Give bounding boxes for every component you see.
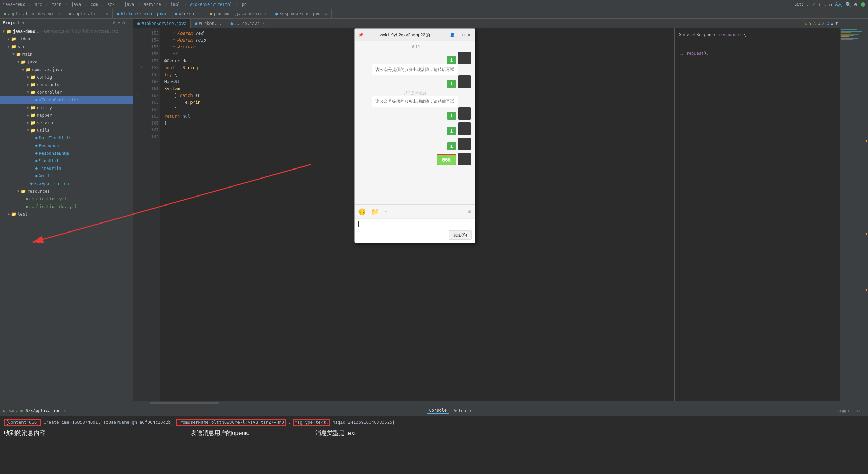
tab-wtokenservice[interactable]: ● WTokenService.java: [113, 9, 170, 19]
yaml-file-icon: ●: [26, 203, 28, 210]
line-number: 165: [143, 113, 159, 120]
git-down-icon[interactable]: ↓: [823, 2, 826, 7]
scissors-button[interactable]: ✂: [384, 208, 388, 215]
tree-item-datetimeutils[interactable]: ● DateTimeUtils: [0, 134, 133, 142]
message-badge: 1: [447, 142, 456, 150]
wechat-minimize-button[interactable]: —: [456, 33, 460, 37]
tab-close-button[interactable]: ✕: [325, 12, 327, 16]
tree-label: entity: [37, 104, 52, 111]
tree-item-java[interactable]: ▼ 📁 java: [0, 58, 133, 66]
tab-wtokenservice-active[interactable]: ● WTokenService.java: [133, 19, 191, 28]
tab-application-dev-yml[interactable]: ● application-dev.yml ✕: [0, 9, 65, 19]
tree-item-timeutils[interactable]: ● TimeUtils: [0, 165, 133, 172]
run-close-button[interactable]: ✕: [63, 408, 66, 413]
tree-item-utils[interactable]: ▼ 📁 utils: [0, 127, 133, 134]
message-badge: 1: [447, 56, 456, 64]
tree-item-controller[interactable]: ▼ 📁 controller: [0, 89, 133, 96]
tree-item-response[interactable]: ● Response: [0, 142, 133, 149]
hide-icon[interactable]: —: [127, 20, 130, 25]
stop-icon[interactable]: ■: [842, 408, 845, 413]
tree-item-xmlutil[interactable]: ● XmlUtil: [0, 172, 133, 180]
settings-icon[interactable]: ⚙: [122, 20, 125, 25]
git-up-icon[interactable]: ↑: [818, 2, 821, 7]
breadcrumb-item: java-demo: [3, 2, 25, 7]
wechat-close-button[interactable]: ✕: [467, 33, 472, 37]
settings-icon[interactable]: ⚙: [854, 2, 857, 7]
project-sidebar: Project ▼ ⊕ ≡ ⚙ — ▼ 📁 java-demo E:\A0MyC…: [0, 19, 133, 405]
restart-icon[interactable]: ↺: [838, 408, 841, 413]
tab-se-java[interactable]: ● ...se.java ✕: [226, 19, 270, 28]
folder-button[interactable]: 📁: [371, 208, 379, 215]
tree-item-com-szx[interactable]: ▼ 📁 com.szx.java: [0, 66, 133, 73]
tree-item-idea[interactable]: ▶ 📁 .idea: [0, 35, 133, 43]
tab-wtoken2[interactable]: ● WToken...: [170, 9, 206, 19]
sidebar-header: Project ▼ ⊕ ≡ ⚙ —: [0, 19, 133, 27]
request-text: ...request: [679, 51, 704, 56]
wechat-dialog: 📌 wxid_9yh2gxy2hobp22的... 👤 — □ ✕ 16:10: [354, 28, 475, 243]
tree-item-root[interactable]: ▼ 📁 java-demo E:\A0MyCodes\微信公众号开发\wxtem…: [0, 28, 133, 35]
tree-item-src[interactable]: ▼ 📁 src: [0, 43, 133, 51]
tree-item-application-yml[interactable]: ● application.yml: [0, 195, 133, 203]
git-check2-icon[interactable]: ✓: [812, 2, 815, 7]
message-666-row: 666: [359, 153, 471, 165]
tree-item-wtokencontroller[interactable]: ● WTokenController: [0, 96, 133, 104]
emoji-button[interactable]: 😊: [358, 208, 366, 215]
tree-item-szxapplication[interactable]: ● SzxApplication: [0, 180, 133, 188]
tree-item-entity[interactable]: ▶ 📁 entity: [0, 104, 133, 111]
gutter-line: [133, 104, 143, 111]
line-number: 154: [143, 37, 159, 44]
tab-wtoken-impl[interactable]: ● WToken...: [191, 19, 226, 28]
tree-item-mapper[interactable]: ▶ 📁 mapper: [0, 111, 133, 119]
run-icon[interactable]: ▶: [3, 408, 6, 413]
tree-label: config: [37, 74, 52, 81]
translate-icon[interactable]: Aあ: [835, 1, 842, 8]
tree-item-application-dev-yml[interactable]: ● application-dev.yml: [0, 203, 133, 210]
folder-icon: 📁: [30, 127, 36, 134]
scrollbar-thumb[interactable]: [150, 402, 219, 404]
wechat-user-icon[interactable]: 👤: [450, 33, 455, 37]
tab-responseenum[interactable]: ● ResponseEnum.java ✕: [271, 9, 332, 19]
wechat-maximize-button[interactable]: □: [461, 33, 466, 37]
tab-close-button[interactable]: ✕: [263, 21, 265, 25]
close-panel-icon[interactable]: —: [862, 408, 865, 413]
tab-close-button[interactable]: ✕: [106, 12, 108, 16]
search-icon[interactable]: 🔍: [846, 2, 851, 7]
run-tab-console[interactable]: Console: [427, 407, 450, 414]
horizontal-scrollbar[interactable]: [133, 401, 868, 405]
folder-icon: 📁: [30, 104, 36, 111]
annotation-text: 发送消息用户的openid: [191, 430, 250, 436]
settings-icon[interactable]: ⚙: [857, 408, 859, 413]
more-icon[interactable]: ▼: [835, 21, 838, 26]
gutter-breakpoint-area[interactable]: ◁: [133, 91, 143, 98]
content-area: Project ▼ ⊕ ≡ ⚙ — ▼ 📁 java-demo E:\A0MyC…: [0, 19, 868, 405]
tree-item-service[interactable]: ▶ 📁 service: [0, 119, 133, 127]
wechat-send-button[interactable]: 发送(S): [449, 230, 472, 240]
tree-item-test[interactable]: ▶ 📁 test: [0, 210, 133, 218]
tree-item-resources[interactable]: ▼ 📁 resources: [0, 188, 133, 195]
tree-item-constants[interactable]: ▶ 📁 constants: [0, 81, 133, 89]
tab-close-button[interactable]: ✕: [58, 12, 60, 16]
collapse-icon[interactable]: ≡: [118, 20, 121, 25]
git-refresh-icon[interactable]: ↺: [829, 2, 832, 7]
run-indicator-icon: ●: [20, 408, 23, 413]
sync-icon[interactable]: ⊕: [113, 20, 116, 25]
run-tab-actuator[interactable]: Actuator: [451, 408, 476, 414]
dropdown-arrow-icon[interactable]: ▼: [22, 21, 25, 25]
tab-close-button[interactable]: ✕: [264, 12, 267, 16]
breadcrumb-item: java: [124, 2, 134, 7]
scroll-icon[interactable]: ↓: [847, 408, 850, 413]
expand-icon[interactable]: ▲: [831, 21, 833, 26]
tree-item-main[interactable]: ▼ 📁 main: [0, 51, 133, 58]
run-controls: ↺ ■ ↓: [837, 408, 851, 413]
tab-application-yml[interactable]: ● applicati... ✕: [65, 9, 113, 19]
annotation-text: 收到的消息内容: [4, 430, 45, 436]
more-button[interactable]: ⊕: [468, 208, 472, 215]
tree-item-signutil[interactable]: ● SignUtil: [0, 157, 133, 165]
tree-label: SignUtil: [39, 157, 59, 164]
tree-item-config[interactable]: ▶ 📁 config: [0, 73, 133, 81]
tree-item-responseenum[interactable]: ● ResponseEnum: [0, 149, 133, 157]
tab-pom-xml[interactable]: ● pom.xml (java-demo) ✕: [206, 9, 271, 19]
annotation-content-label: 收到的消息内容: [4, 429, 45, 437]
git-check-icon[interactable]: ✓: [806, 2, 809, 7]
error-bubble: 该公众号提供的服务出现故障，请稍后再试: [372, 64, 458, 75]
